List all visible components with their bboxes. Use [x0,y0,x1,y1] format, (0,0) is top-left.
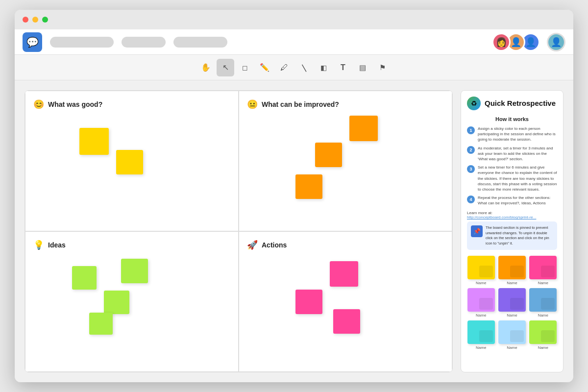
swatch-lavender-label: Name [476,313,486,318]
step-text-4: Repeat the process for the other section… [478,195,557,206]
sticky-actions-3[interactable] [333,309,360,334]
avatar-user-4[interactable]: 👤 [547,33,565,51]
arrow-tool-button[interactable]: ⚑ [373,59,391,76]
sticky-good-1[interactable] [79,128,109,155]
swatch-blue: Name [529,288,557,318]
color-grid: Name Name Name Name Name [467,256,557,350]
sticky-ideas-3[interactable] [104,291,129,314]
swatch-lavender-block[interactable] [467,288,495,312]
step-item-4: 4 Repeat the process for the other secti… [467,195,557,206]
learn-more-link[interactable]: http://conceptboard.com/blog/sprint-re..… [467,215,536,220]
section-title-good: What was good? [48,100,102,108]
app-logo: 💬 [23,32,42,52]
swatch-cyan-label: Name [476,345,486,350]
swatch-blue-block[interactable] [529,288,557,312]
line-tool-button[interactable]: | [292,55,316,79]
swatch-green-label: Name [538,345,548,350]
section-actions: 🚀 Actions [239,231,452,372]
pin-notice-text: The board section is pinned to prevent u… [486,225,553,246]
app-window: 💬 👩 👤 👤 👤 ✋ ↖ ◻ ✏️ 🖊 | ◧ T ▤ ⚑ [15,10,573,382]
step-text-3: Set a new timer for 6 minutes and give e… [478,165,557,192]
text-tool-button[interactable]: T [334,59,352,76]
swatch-cyan-block[interactable] [467,320,495,344]
swatch-orange: Name [498,256,526,285]
close-button[interactable] [23,17,28,23]
section-header-improve: 😐 What can be improved? [247,99,444,110]
panel-title: Quick Retrospective [485,99,556,108]
eraser-tool-button[interactable]: ◻ [236,59,254,76]
sticky-actions-1[interactable] [330,261,358,287]
step-num-3: 3 [467,165,475,173]
sticky-improve-3[interactable] [295,174,322,199]
swatch-lightblue-label: Name [507,345,517,350]
swatch-green-block[interactable] [529,320,557,344]
swatch-lavender: Name [467,288,495,318]
minimize-button[interactable] [32,17,38,23]
swatch-orange-label: Name [507,281,517,285]
section-what-can-be-improved: 😐 What can be improved? [239,91,452,231]
swatch-blue-label: Name [538,313,548,318]
section-title-improve: What can be improved? [262,100,339,108]
swatch-pink-label: Name [538,281,548,285]
swatch-purple: Name [498,288,526,318]
sticky-actions-2[interactable] [295,290,322,314]
step-list: 1 Assign a sticky color to each person p… [467,126,557,206]
learn-more-label: Learn more at: http://conceptboard.com/b… [467,211,557,220]
menu-item-2[interactable] [122,37,166,48]
step-text-2: As moderator, set a timer for 3 minutes … [478,146,557,162]
section-header-ideas: 💡 Ideas [33,240,230,250]
pencil-tool-button[interactable]: ✏️ [256,59,273,76]
sticky-ideas-2[interactable] [121,259,148,283]
avatar-user-1[interactable]: 👩 [492,33,511,51]
how-it-works-heading: How it works [467,116,557,122]
section-header-actions: 🚀 Actions [247,240,444,250]
swatch-orange-block[interactable] [498,256,526,279]
swatch-lightblue-block[interactable] [498,320,526,344]
board-grid: 😊 What was good? 😐 What can be improved? [24,90,453,372]
swatch-pink-block[interactable] [529,256,557,279]
sticky-ideas-4[interactable] [89,313,113,335]
select-tool-button[interactable]: ↖ [217,59,234,76]
swatch-green: Name [529,320,557,350]
marker-tool-button[interactable]: 🖊 [275,59,293,76]
section-title-actions: Actions [262,241,287,249]
section-icon-actions: 🚀 [247,240,258,250]
sticky-good-2[interactable] [116,150,143,174]
section-title-ideas: Ideas [48,241,66,249]
panel-header: ♻ Quick Retrospective [467,97,557,110]
pin-icon: 📌 [471,225,483,237]
titlebar [15,10,573,29]
recycle-icon: ♻ [471,99,477,107]
step-num-2: 2 [467,146,475,154]
panel-logo-icon: ♻ [467,97,481,110]
section-what-was-good: 😊 What was good? [25,91,239,231]
shape-tool-button[interactable]: ◧ [315,59,332,76]
sticky-improve-1[interactable] [349,116,378,141]
section-icon-good: 😊 [33,99,44,110]
pin-notice: 📌 The board section is pinned to prevent… [467,221,557,250]
section-header-good: 😊 What was good? [33,99,230,110]
section-ideas: 💡 Ideas [25,231,239,372]
section-icon-ideas: 💡 [33,240,44,250]
swatch-yellow: Name [467,256,495,285]
sticky-ideas-1[interactable] [72,266,97,290]
swatch-cyan: Name [467,320,495,350]
toolbar: ✋ ↖ ◻ ✏️ 🖊 | ◧ T ▤ ⚑ [15,55,573,80]
section-icon-improve: 😐 [247,99,258,110]
step-item-2: 2 As moderator, set a timer for 3 minute… [467,146,557,162]
swatch-purple-block[interactable] [498,288,526,312]
menubar-right: 👩 👤 👤 👤 [496,33,565,51]
sticky-improve-2[interactable] [315,143,342,167]
canvas-area: 😊 What was good? 😐 What can be improved? [15,80,573,382]
swatch-yellow-label: Name [476,281,486,285]
swatch-pink: Name [529,256,557,285]
swatch-lightblue: Name [498,320,526,350]
menu-item-1[interactable] [50,37,114,48]
swatch-yellow-block[interactable] [467,256,495,279]
step-num-4: 4 [467,196,475,203]
note-tool-button[interactable]: ▤ [354,59,371,76]
hand-tool-button[interactable]: ✋ [197,59,215,76]
menu-item-3[interactable] [173,37,227,48]
swatch-purple-label: Name [507,313,517,318]
maximize-button[interactable] [42,17,48,23]
